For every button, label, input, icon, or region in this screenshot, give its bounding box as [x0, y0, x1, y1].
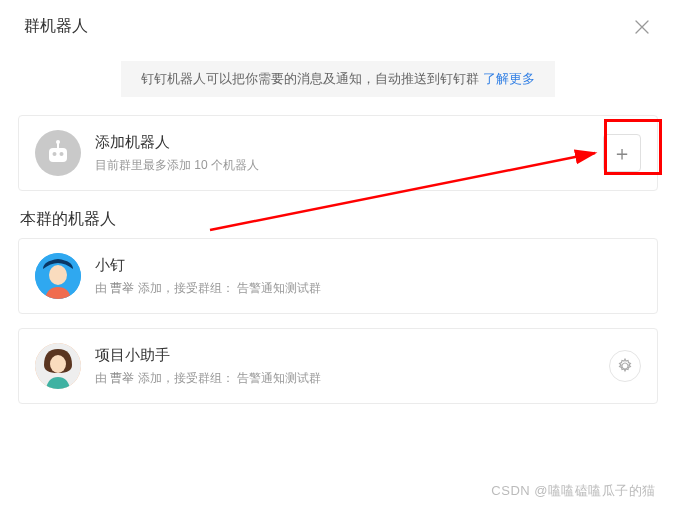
section-title: 本群的机器人	[0, 209, 676, 230]
svg-point-8	[50, 355, 66, 373]
close-icon[interactable]	[632, 17, 652, 37]
svg-point-1	[53, 152, 57, 156]
robot-body: 项目小助手 由 曹举 添加，接受群组： 告警通知测试群	[95, 346, 609, 387]
robot-card: 项目小助手 由 曹举 添加，接受群组： 告警通知测试群	[18, 328, 658, 404]
add-robot-title: 添加机器人	[95, 133, 603, 152]
add-robot-subtitle: 目前群里最多添加 10 个机器人	[95, 157, 603, 174]
svg-point-4	[56, 140, 60, 144]
avatar	[35, 343, 81, 389]
svg-point-2	[60, 152, 64, 156]
add-robot-card: 添加机器人 目前群里最多添加 10 个机器人 ＋	[18, 115, 658, 191]
watermark: CSDN @嗑嗑磕嗑瓜子的猫	[491, 482, 656, 500]
avatar	[35, 253, 81, 299]
robot-meta: 由 曹举 添加，接受群组： 告警通知测试群	[95, 370, 609, 387]
robot-name: 小钉	[95, 256, 641, 275]
dialog-title: 群机器人	[24, 16, 88, 37]
learn-more-link[interactable]: 了解更多	[483, 71, 535, 86]
notice-banner: 钉钉机器人可以把你需要的消息及通知，自动推送到钉钉群 了解更多	[121, 61, 555, 97]
gear-icon	[617, 358, 633, 374]
add-robot-body: 添加机器人 目前群里最多添加 10 个机器人	[95, 133, 603, 174]
svg-rect-0	[49, 148, 67, 162]
robot-name: 项目小助手	[95, 346, 609, 365]
dialog-header: 群机器人	[0, 0, 676, 49]
robot-body: 小钉 由 曹举 添加，接受群组： 告警通知测试群	[95, 256, 641, 297]
robot-meta: 由 曹举 添加，接受群组： 告警通知测试群	[95, 280, 641, 297]
robot-card: 小钉 由 曹举 添加，接受群组： 告警通知测试群	[18, 238, 658, 314]
notice-text: 钉钉机器人可以把你需要的消息及通知，自动推送到钉钉群	[141, 71, 479, 86]
settings-button[interactable]	[609, 350, 641, 382]
svg-point-6	[49, 265, 67, 285]
add-robot-button[interactable]: ＋	[603, 134, 641, 172]
plus-icon: ＋	[612, 140, 632, 167]
robot-icon	[35, 130, 81, 176]
